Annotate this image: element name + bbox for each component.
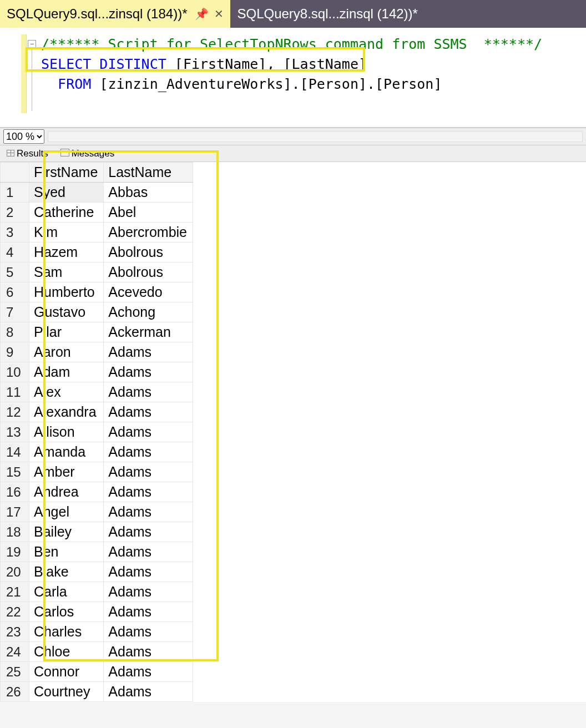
cell[interactable]: Humberto bbox=[29, 282, 104, 302]
cell[interactable]: Adams bbox=[104, 622, 193, 642]
table-row[interactable]: 24ChloeAdams bbox=[1, 642, 193, 662]
cell[interactable]: Connor bbox=[29, 662, 104, 682]
cell[interactable]: Ackerman bbox=[104, 322, 193, 342]
cell[interactable]: Achong bbox=[104, 302, 193, 322]
row-number[interactable]: 25 bbox=[1, 662, 29, 682]
tab-sqlquery9[interactable]: SQLQuery9.sql...zinsql (184))* 📌 ✕ bbox=[0, 0, 230, 28]
row-number[interactable]: 10 bbox=[1, 362, 29, 382]
table-row[interactable]: 22CarlosAdams bbox=[1, 602, 193, 622]
cell[interactable]: Abel bbox=[104, 203, 193, 223]
col-firstname[interactable]: FirstName bbox=[29, 163, 104, 183]
table-row[interactable]: 1SyedAbbas bbox=[1, 183, 193, 203]
cell[interactable]: Chloe bbox=[29, 642, 104, 662]
cell[interactable]: Alexandra bbox=[29, 402, 104, 422]
cell[interactable]: Adams bbox=[104, 542, 193, 562]
cell[interactable]: Acevedo bbox=[104, 282, 193, 302]
row-number[interactable]: 1 bbox=[1, 183, 29, 203]
table-row[interactable]: 18BaileyAdams bbox=[1, 522, 193, 542]
row-number[interactable]: 16 bbox=[1, 482, 29, 502]
table-row[interactable]: 3KimAbercrombie bbox=[1, 223, 193, 242]
cell[interactable]: Aaron bbox=[29, 342, 104, 362]
cell[interactable]: Adams bbox=[104, 482, 193, 502]
cell[interactable]: Carla bbox=[29, 582, 104, 602]
table-row[interactable]: 26CourtneyAdams bbox=[1, 682, 193, 702]
row-number[interactable]: 24 bbox=[1, 642, 29, 662]
cell[interactable]: Abbas bbox=[104, 183, 193, 203]
close-icon[interactable]: ✕ bbox=[214, 7, 224, 21]
cell[interactable]: Alex bbox=[29, 382, 104, 402]
corner-cell[interactable] bbox=[1, 163, 29, 183]
cell[interactable]: Pilar bbox=[29, 322, 104, 342]
cell[interactable]: Catherine bbox=[29, 203, 104, 223]
row-number[interactable]: 18 bbox=[1, 522, 29, 542]
table-row[interactable]: 6HumbertoAcevedo bbox=[1, 282, 193, 302]
row-number[interactable]: 23 bbox=[1, 622, 29, 642]
row-number[interactable]: 22 bbox=[1, 602, 29, 622]
cell[interactable]: Carlos bbox=[29, 602, 104, 622]
cell[interactable]: Adams bbox=[104, 562, 193, 582]
row-number[interactable]: 8 bbox=[1, 322, 29, 342]
table-row[interactable]: 21CarlaAdams bbox=[1, 582, 193, 602]
table-row[interactable]: 25ConnorAdams bbox=[1, 662, 193, 682]
sql-editor[interactable]: − /****** Script for SelectTopNRows comm… bbox=[0, 28, 586, 128]
cell[interactable]: Adams bbox=[104, 402, 193, 422]
row-number[interactable]: 2 bbox=[1, 203, 29, 223]
cell[interactable]: Adams bbox=[104, 602, 193, 622]
row-number[interactable]: 7 bbox=[1, 302, 29, 322]
cell[interactable]: Blake bbox=[29, 562, 104, 582]
table-row[interactable]: 5SamAbolrous bbox=[1, 262, 193, 282]
pin-icon[interactable]: 📌 bbox=[195, 7, 209, 21]
cell[interactable]: Adams bbox=[104, 382, 193, 402]
table-row[interactable]: 11AlexAdams bbox=[1, 382, 193, 402]
fold-toggle-icon[interactable]: − bbox=[28, 40, 36, 48]
table-row[interactable]: 23CharlesAdams bbox=[1, 622, 193, 642]
table-row[interactable]: 16AndreaAdams bbox=[1, 482, 193, 502]
row-number[interactable]: 13 bbox=[1, 422, 29, 442]
table-row[interactable]: 14AmandaAdams bbox=[1, 442, 193, 462]
row-number[interactable]: 11 bbox=[1, 382, 29, 402]
cell[interactable]: Adams bbox=[104, 342, 193, 362]
cell[interactable]: Adams bbox=[104, 662, 193, 682]
cell[interactable]: Kim bbox=[29, 223, 104, 242]
row-number[interactable]: 19 bbox=[1, 542, 29, 562]
col-lastname[interactable]: LastName bbox=[104, 163, 193, 183]
cell[interactable]: Ben bbox=[29, 542, 104, 562]
cell[interactable]: Hazem bbox=[29, 242, 104, 262]
cell[interactable]: Adams bbox=[104, 522, 193, 542]
cell[interactable]: Adams bbox=[104, 442, 193, 462]
row-number[interactable]: 6 bbox=[1, 282, 29, 302]
cell[interactable]: Syed bbox=[29, 183, 104, 203]
cell[interactable]: Bailey bbox=[29, 522, 104, 542]
table-row[interactable]: 9AaronAdams bbox=[1, 342, 193, 362]
row-number[interactable]: 4 bbox=[1, 242, 29, 262]
cell[interactable]: Abercrombie bbox=[104, 223, 193, 242]
zoom-select[interactable]: 100 % bbox=[3, 129, 44, 144]
cell[interactable]: Amanda bbox=[29, 442, 104, 462]
cell[interactable]: Adams bbox=[104, 582, 193, 602]
table-row[interactable]: 7GustavoAchong bbox=[1, 302, 193, 322]
cell[interactable]: Charles bbox=[29, 622, 104, 642]
row-number[interactable]: 3 bbox=[1, 223, 29, 242]
row-number[interactable]: 21 bbox=[1, 582, 29, 602]
cell[interactable]: Abolrous bbox=[104, 242, 193, 262]
table-row[interactable]: 20BlakeAdams bbox=[1, 562, 193, 582]
table-row[interactable]: 17AngelAdams bbox=[1, 502, 193, 522]
cell[interactable]: Adams bbox=[104, 422, 193, 442]
table-row[interactable]: 2CatherineAbel bbox=[1, 203, 193, 223]
row-number[interactable]: 15 bbox=[1, 462, 29, 482]
cell[interactable]: Gustavo bbox=[29, 302, 104, 322]
row-number[interactable]: 5 bbox=[1, 262, 29, 282]
tab-sqlquery8[interactable]: SQLQuery8.sql...zinsql (142))* bbox=[230, 0, 424, 28]
cell[interactable]: Adams bbox=[104, 682, 193, 702]
row-number[interactable]: 17 bbox=[1, 502, 29, 522]
cell[interactable]: Angel bbox=[29, 502, 104, 522]
cell[interactable]: Adams bbox=[104, 462, 193, 482]
row-number[interactable]: 9 bbox=[1, 342, 29, 362]
row-number[interactable]: 20 bbox=[1, 562, 29, 582]
results-grid[interactable]: FirstName LastName 1SyedAbbas2CatherineA… bbox=[0, 162, 586, 702]
tab-messages[interactable]: Messages bbox=[57, 147, 118, 160]
table-row[interactable]: 13AllisonAdams bbox=[1, 422, 193, 442]
row-number[interactable]: 14 bbox=[1, 442, 29, 462]
table-row[interactable]: 12AlexandraAdams bbox=[1, 402, 193, 422]
cell[interactable]: Abolrous bbox=[104, 262, 193, 282]
